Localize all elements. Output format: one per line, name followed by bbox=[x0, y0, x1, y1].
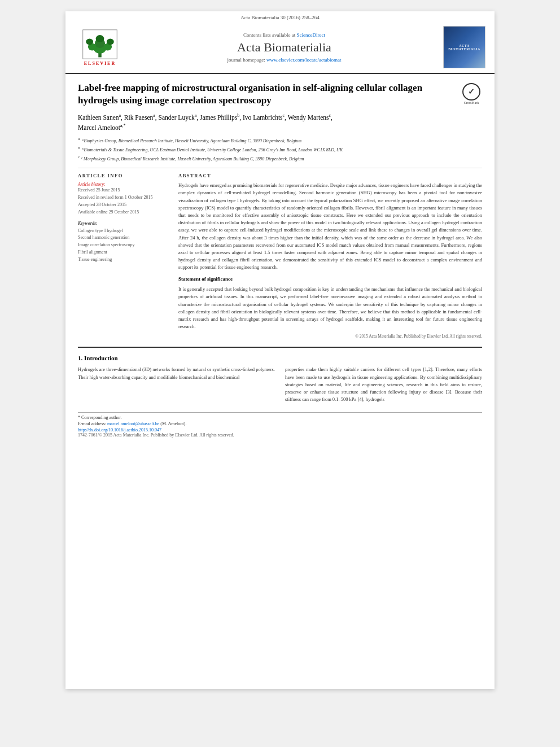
elsevier-logo: ELSEVIER bbox=[75, 29, 125, 66]
elsevier-label: ELSEVIER bbox=[84, 61, 116, 66]
article-body: ✓ CrossMark Label-free mapping of micros… bbox=[65, 74, 495, 450]
divider bbox=[78, 168, 482, 168]
keywords-label: Keywords: bbox=[78, 221, 168, 226]
intro-right: properties make them highly suitable car… bbox=[285, 366, 482, 403]
sciencedirect-link[interactable]: ScienceDirect bbox=[297, 32, 325, 38]
page-footer: * Corresponding author. E-mail address: … bbox=[78, 412, 482, 442]
keyword-4: Fibril alignment bbox=[78, 249, 168, 256]
intro-heading: 1. Introduction bbox=[78, 355, 482, 361]
copyright-line: © 2015 Acta Materialia Inc. Published by… bbox=[178, 334, 482, 339]
abstract-heading: ABSTRACT bbox=[178, 173, 482, 178]
intro-right-text: properties make them highly suitable car… bbox=[285, 366, 482, 403]
issn-line: 1742-7061/© 2015 Acta Materialia Inc. Pu… bbox=[78, 433, 482, 438]
affil-a: a ᵃ Biophysics Group, Biomedical Researc… bbox=[78, 136, 482, 145]
introduction-section: 1. Introduction Hydrogels are three-dime… bbox=[78, 347, 482, 403]
keyword-3: Image correlation spectroscopy bbox=[78, 242, 168, 249]
two-column-layout: ARTICLE INFO Article history: Received 2… bbox=[78, 173, 482, 339]
affil-c: c ᶜ Morphology Group, Biomedical Researc… bbox=[78, 154, 482, 163]
svg-point-6 bbox=[86, 38, 93, 45]
intro-left-text: Hydrogels are three-dimensional (3D) net… bbox=[78, 366, 275, 381]
affiliations: a ᵃ Biophysics Group, Biomedical Researc… bbox=[78, 136, 482, 162]
journal-title-center: Contents lists available at ScienceDirec… bbox=[125, 32, 443, 63]
citation-bar: Acta Biomaterialia 30 (2016) 258–264 bbox=[65, 11, 495, 21]
svg-point-3 bbox=[96, 35, 104, 42]
affil-b: b ᵇ Biomaterials & Tissue Engineering, U… bbox=[78, 145, 482, 154]
keyword-2: Second harmonic generation bbox=[78, 234, 168, 242]
elsevier-tree-icon bbox=[80, 29, 120, 60]
intro-left: Hydrogels are three-dimensional (3D) net… bbox=[78, 366, 275, 403]
footnote-corresponding: * Corresponding author. bbox=[78, 415, 482, 420]
keyword-5: Tissue engineering bbox=[78, 256, 168, 264]
journal-name: Acta Biomaterialia bbox=[125, 40, 443, 55]
crossmark-badge[interactable]: ✓ CrossMark bbox=[461, 83, 482, 104]
journal-homepage: journal homepage: www.elsevier.com/locat… bbox=[125, 57, 443, 63]
article-page: Acta Biomaterialia 30 (2016) 258–264 ELS… bbox=[65, 11, 495, 689]
journal-header: ELSEVIER Contents lists available at Sci… bbox=[65, 21, 495, 74]
sciencedirect-line: Contents lists available at ScienceDirec… bbox=[125, 32, 443, 38]
crossmark-icon: ✓ bbox=[462, 83, 480, 101]
date-received: Received 25 June 2015 Received in revise… bbox=[78, 187, 168, 216]
authors-list: Kathleen Sanena, Rik Paesena, Sander Luy… bbox=[78, 112, 482, 133]
journal-cover: ACTABIOMATERIALIA bbox=[443, 26, 485, 68]
significance-heading: Statement of significance bbox=[178, 276, 482, 283]
cover-title: ACTABIOMATERIALIA bbox=[448, 44, 480, 51]
homepage-url[interactable]: www.elsevier.com/locate/actabiomat bbox=[266, 57, 341, 63]
article-history-label: Article history: bbox=[78, 182, 168, 187]
email-link[interactable]: marcel.ameloot@uhasselt.be bbox=[107, 421, 159, 426]
article-info-column: ARTICLE INFO Article history: Received 2… bbox=[78, 173, 168, 339]
abstract-text: Hydrogels have emerged as promising biom… bbox=[178, 182, 482, 330]
article-title: Label-free mapping of microstructural or… bbox=[78, 82, 482, 107]
abstract-column: ABSTRACT Hydrogels have emerged as promi… bbox=[178, 173, 482, 339]
keyword-1: Collagen type I hydrogel bbox=[78, 228, 168, 235]
crossmark-label: CrossMark bbox=[464, 101, 479, 104]
svg-point-7 bbox=[107, 38, 114, 45]
footnote-email: E-mail address: marcel.ameloot@uhasselt.… bbox=[78, 421, 482, 426]
doi-line[interactable]: http://dx.doi.org/10.1016/j.actbio.2015.… bbox=[78, 427, 482, 433]
article-info-heading: ARTICLE INFO bbox=[78, 173, 168, 178]
citation-text: Acta Biomaterialia 30 (2016) 258–264 bbox=[240, 15, 319, 20]
intro-columns: Hydrogels are three-dimensional (3D) net… bbox=[78, 366, 482, 403]
